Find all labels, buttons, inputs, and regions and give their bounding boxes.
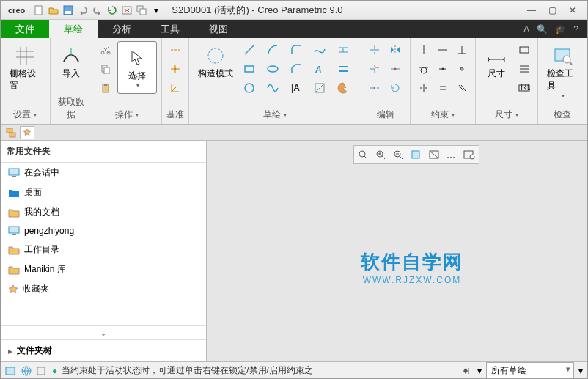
perimeter-dim-icon[interactable] [515,41,533,59]
svg-text:REF: REF [521,83,530,92]
group-label-dimension: 尺寸 [495,108,512,121]
filter-options-icon[interactable]: ▾ [578,366,583,376]
folder-tree-toggle[interactable]: ▸ 文件夹树 [1,339,206,361]
tab-view[interactable]: 视图 [194,20,243,38]
tab-tools[interactable]: 工具 [146,20,194,38]
status-web-icon[interactable] [21,366,32,376]
horizontal-icon[interactable] [434,41,452,59]
graphics-area[interactable]: 软件自学网 WWW.RJZXW.COM [207,141,587,361]
arc-icon[interactable] [264,41,282,59]
display-style-icon[interactable] [426,147,442,162]
trim-icon[interactable] [366,41,383,59]
centerline-icon[interactable] [166,41,184,59]
sidebar-item-documents[interactable]: 我的文档 [1,202,206,222]
thicken-icon[interactable] [334,60,352,78]
point-icon[interactable] [166,60,184,78]
rotate-icon[interactable] [386,79,404,97]
filter-dropdown-icon[interactable]: ▾ [477,366,482,376]
status-sketch-icon[interactable] [5,366,17,376]
open-icon[interactable] [47,4,60,17]
perpendicular-icon[interactable] [453,41,471,59]
delete-seg-icon[interactable] [366,79,383,97]
close-button[interactable]: ✕ [565,4,580,16]
refit-icon[interactable] [356,147,372,162]
learn-icon[interactable]: 🎓 [555,24,566,34]
line-icon[interactable] [240,41,258,59]
midpoint-icon[interactable] [434,60,452,78]
copy-icon[interactable] [97,60,114,78]
redo-icon[interactable] [91,4,104,17]
minimize-button[interactable]: — [524,4,539,16]
palette-icon[interactable] [334,79,352,97]
baseline-dim-icon[interactable] [515,60,533,78]
offset-icon[interactable] [334,41,352,59]
sidebar-item-desktop[interactable]: 桌面 [1,183,206,202]
import-button[interactable]: 导入 [55,41,87,83]
circle-icon[interactable] [240,79,258,97]
more-view-icon[interactable] [444,147,460,162]
dimension-button[interactable]: 尺寸 [480,41,512,83]
sidebar-item-working[interactable]: 工作目录 [1,240,206,260]
help-icon[interactable]: ? [573,24,578,34]
corner-icon[interactable] [366,60,383,78]
spline-icon[interactable] [311,41,328,59]
equal-icon[interactable] [434,79,452,97]
text-stamp-icon[interactable]: |A [287,79,305,97]
save-icon[interactable] [62,4,75,17]
zoom-out-icon[interactable] [391,147,407,162]
coord-icon[interactable] [166,79,184,97]
sidebar-item-favorites[interactable]: 收藏夹 [1,279,206,299]
ref-dim-icon[interactable]: REF [515,79,533,97]
sidebar-item-manikin[interactable]: Manikin 库 [1,260,206,279]
view-manager-icon[interactable] [461,147,477,162]
svg-rect-48 [9,169,19,175]
sidebar-item-user[interactable]: pengzhiyong [1,222,206,240]
group-sketch: 构造模式 A |A 草绘▾ [189,38,361,124]
maximize-button[interactable]: ▢ [545,4,559,16]
cut-icon[interactable] [97,41,114,59]
paste-icon[interactable] [97,79,114,97]
construction-mode-button[interactable]: 构造模式 [194,41,238,83]
zoom-in-icon[interactable] [373,147,389,162]
folder-tree-tab-icon[interactable] [4,126,18,139]
windows-icon[interactable] [135,4,148,17]
ellipse-icon[interactable] [264,60,282,78]
import-label: 导入 [62,67,80,80]
symmetric-icon[interactable] [415,79,433,97]
search-icon[interactable]: 🔍 [537,24,548,34]
favorites-tab-icon[interactable] [20,126,34,139]
vertical-icon[interactable] [415,41,433,59]
ribbon-collapse-icon[interactable]: ᐱ [523,24,529,34]
tab-analysis[interactable]: 分析 [98,20,146,38]
qat-dropdown-icon[interactable]: ▾ [150,4,163,17]
selection-filter-combo[interactable]: 所有草绘 [486,362,574,379]
inspect-button[interactable]: 检查工具▾ [543,41,583,102]
find-icon[interactable] [461,366,473,376]
chamfer-icon[interactable] [287,60,305,78]
content-area: 常用文件夹 在会话中 桌面 我的文档 pengzhiyong 工作目录 Mani… [1,141,587,361]
close-window-icon[interactable] [120,4,133,17]
parallel-icon[interactable] [453,79,471,97]
folder-icon [8,265,20,275]
divide-icon[interactable] [386,60,404,78]
grid-settings-button[interactable]: 栅格设置 [5,41,45,95]
select-button[interactable]: 选择▾ [117,41,157,94]
project-icon[interactable] [311,79,328,97]
status-box-icon[interactable] [36,366,46,376]
rectangle-icon[interactable] [240,60,258,78]
mirror-icon[interactable] [386,41,404,59]
undo-icon[interactable] [76,4,89,17]
text-icon[interactable]: A [311,60,328,78]
regen-icon[interactable] [106,4,119,17]
repaint-icon[interactable] [408,147,425,162]
new-icon[interactable] [32,4,45,17]
sidebar-collapse-icon[interactable]: ⌄ [1,326,206,339]
coincident-icon[interactable] [453,60,471,78]
sine-icon[interactable] [264,79,282,97]
tangent-icon[interactable] [415,60,433,78]
tab-file[interactable]: 文件 [1,20,49,38]
sidebar-item-session[interactable]: 在会话中 [1,163,206,183]
fillet-icon[interactable] [287,41,305,59]
tab-sketch[interactable]: 草绘 [49,20,98,38]
title-bar: creo ▾ S2D0001 (活动的) - Creo Parametric 9… [1,1,587,20]
